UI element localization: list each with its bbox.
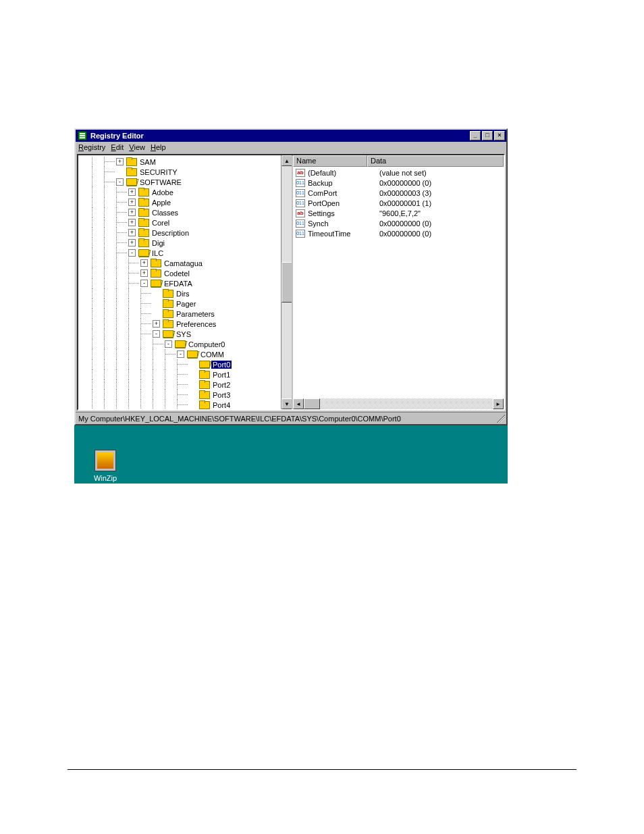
scroll-thumb[interactable] xyxy=(281,262,292,303)
tree-item-security[interactable]: SECURITY xyxy=(80,167,292,177)
tree-label[interactable]: Codetel xyxy=(163,269,191,278)
expander-icon[interactable]: + xyxy=(153,320,160,328)
menu-help[interactable]: Help xyxy=(151,143,166,151)
tree-label[interactable]: Corel xyxy=(151,219,171,227)
tree-label[interactable]: EFDATA xyxy=(163,280,194,288)
tree-label[interactable]: Adobe xyxy=(151,188,175,197)
tree-label[interactable]: SYS xyxy=(175,330,192,338)
expander-icon[interactable]: - xyxy=(140,280,148,287)
tree-item-corel[interactable]: +Corel xyxy=(80,217,292,228)
expander-icon[interactable]: + xyxy=(140,269,148,277)
value-row-default[interactable]: ab(Default)(value not set) xyxy=(293,167,504,178)
folder-icon xyxy=(138,208,149,217)
tree-label[interactable]: Camatagua xyxy=(163,259,204,267)
tree-label[interactable]: Classes xyxy=(151,209,180,217)
tree-item-port0[interactable]: Port0 xyxy=(80,359,292,369)
tree-label[interactable]: ILC xyxy=(151,249,165,257)
expander-icon[interactable]: + xyxy=(128,188,136,196)
tree-label[interactable]: Description xyxy=(151,229,190,237)
tree-label[interactable]: Port1 xyxy=(211,371,232,379)
tree-item-port4[interactable]: Port4 xyxy=(80,400,292,409)
expander-icon[interactable]: + xyxy=(128,209,136,216)
tree-label[interactable]: Port0 xyxy=(211,361,232,369)
tree-item-pager[interactable]: Pager xyxy=(80,298,292,309)
expander-icon[interactable]: + xyxy=(128,229,136,236)
expander-icon[interactable]: - xyxy=(177,350,184,358)
tree-item-description[interactable]: +Description xyxy=(80,228,292,238)
string-value-icon: ab xyxy=(295,168,306,178)
value-row-settings[interactable]: abSettings"9600,E,7,2" xyxy=(293,208,504,218)
resize-grip[interactable] xyxy=(497,415,505,423)
tree-label[interactable]: SAM xyxy=(138,158,157,166)
tree-label[interactable]: SECURITY xyxy=(138,168,179,176)
tree-label[interactable]: Pager xyxy=(175,300,197,308)
tree-item-port3[interactable]: Port3 xyxy=(80,390,292,400)
string-value-icon: ab xyxy=(295,209,306,218)
scroll-up-button[interactable]: ▲ xyxy=(281,155,292,166)
value-row-synch[interactable]: 011Synch0x00000000 (0) xyxy=(293,218,504,228)
tree-item-sys[interactable]: -SYS xyxy=(80,329,292,339)
tree-label[interactable]: Computer0 xyxy=(187,340,226,348)
scroll-left-button[interactable]: ◄ xyxy=(293,398,304,409)
tree-item-efdata[interactable]: -EFDATA xyxy=(80,278,292,288)
menu-registry[interactable]: Registry xyxy=(78,143,105,151)
tree-item-parameters[interactable]: Parameters xyxy=(80,309,292,319)
column-name[interactable]: Name xyxy=(293,155,367,167)
tree-label[interactable]: SOFTWARE xyxy=(138,178,183,186)
close-button[interactable]: × xyxy=(494,131,505,140)
minimize-button[interactable]: _ xyxy=(470,131,481,140)
tree-item-codetel[interactable]: +Codetel xyxy=(80,268,292,278)
tree-item-software[interactable]: -SOFTWARE xyxy=(80,177,292,187)
scroll-down-button[interactable]: ▼ xyxy=(281,398,292,409)
expander-icon[interactable]: + xyxy=(116,158,124,165)
tree-item-computer0[interactable]: -Computer0 xyxy=(80,339,292,349)
tree-item-ilc[interactable]: -ILC xyxy=(80,248,292,258)
menu-view[interactable]: View xyxy=(129,143,145,151)
tree-item-dirs[interactable]: Dirs xyxy=(80,288,292,298)
tree-label[interactable]: Port3 xyxy=(211,391,232,399)
folder-icon xyxy=(163,319,173,328)
maximize-button[interactable]: □ xyxy=(482,131,493,140)
tree-label[interactable]: Parameters xyxy=(175,310,216,318)
expander-icon[interactable]: - xyxy=(165,340,172,348)
menu-edit[interactable]: Edit xyxy=(111,143,124,151)
value-row-timeouttime[interactable]: 011TimeoutTime0x00000000 (0) xyxy=(293,228,504,238)
tree-item-comm[interactable]: -COMM xyxy=(80,349,292,359)
tree-item-classes[interactable]: +Classes xyxy=(80,207,292,217)
tree-item-camatagua[interactable]: +Camatagua xyxy=(80,258,292,268)
tree-label[interactable]: Apple xyxy=(151,199,172,207)
folder-icon xyxy=(199,360,210,369)
tree-label[interactable]: Port2 xyxy=(211,381,232,389)
tree-item-adobe[interactable]: +Adobe xyxy=(80,187,292,197)
tree-item-preferences[interactable]: +Preferences xyxy=(80,319,292,329)
value-row-backup[interactable]: 011Backup0x00000000 (0) xyxy=(293,178,504,188)
tree-label[interactable]: Port4 xyxy=(211,401,232,409)
value-row-portopen[interactable]: 011PortOpen0x00000001 (1) xyxy=(293,198,504,208)
tree-item-port2[interactable]: Port2 xyxy=(80,380,292,390)
tree-label[interactable]: Digi xyxy=(151,239,166,247)
tree-label[interactable]: Dirs xyxy=(175,290,191,298)
tree-pane[interactable]: +SAMSECURITY-SOFTWARE+Adobe+Apple+Classe… xyxy=(78,155,293,409)
column-data[interactable]: Data xyxy=(367,155,504,167)
tree-item-port1[interactable]: Port1 xyxy=(80,369,292,380)
desktop-icon-winzip[interactable]: WinZip xyxy=(85,450,126,482)
scroll-right-button[interactable]: ► xyxy=(493,398,504,409)
tree-scrollbar[interactable]: ▲ ▼ xyxy=(281,155,292,409)
expander-icon[interactable]: + xyxy=(140,259,148,267)
hscroll-thumb[interactable] xyxy=(304,398,320,409)
expander-icon[interactable]: + xyxy=(128,199,136,206)
expander-icon[interactable]: + xyxy=(128,219,136,226)
tree-label[interactable]: Preferences xyxy=(175,320,217,328)
tree-item-sam[interactable]: +SAM xyxy=(80,157,292,167)
titlebar[interactable]: Registry Editor _ □ × xyxy=(76,130,506,142)
list-pane[interactable]: Name Data ab(Default)(value not set)011B… xyxy=(293,155,504,409)
tree-item-digi[interactable]: +Digi xyxy=(80,238,292,248)
expander-icon[interactable]: + xyxy=(128,239,136,246)
tree-item-apple[interactable]: +Apple xyxy=(80,197,292,207)
value-row-comport[interactable]: 011ComPort0x00000003 (3) xyxy=(293,188,504,198)
expander-icon[interactable]: - xyxy=(153,330,160,338)
list-hscroll[interactable]: ◄ ► xyxy=(293,398,504,409)
expander-icon[interactable]: - xyxy=(116,178,124,186)
tree-label[interactable]: COMM xyxy=(199,350,225,359)
expander-icon[interactable]: - xyxy=(128,249,136,257)
